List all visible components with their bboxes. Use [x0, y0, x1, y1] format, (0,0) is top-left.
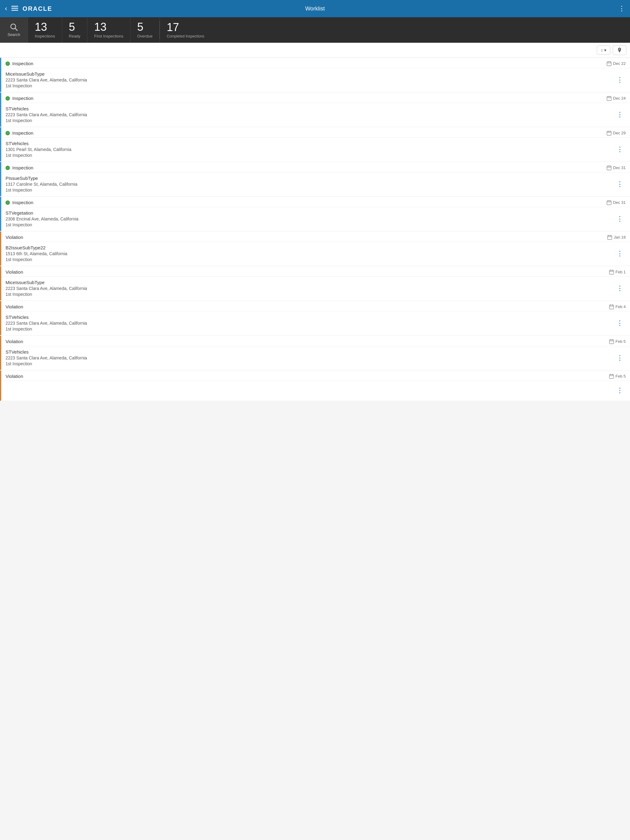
svg-rect-2	[11, 10, 18, 11]
svg-rect-25	[608, 235, 612, 240]
item-body: PIssueSubType 1317 Caroline St, Alameda,…	[1, 172, 630, 196]
completed-count: 17	[167, 22, 204, 33]
item-subtype: MiceIssueSubType	[6, 71, 614, 77]
item-date: Dec 31	[606, 200, 626, 205]
list-item: Violation Jan 18 B2IssueSubType22 1513 6…	[0, 232, 630, 266]
top-navigation: ‹ ORACLE Worklist ⋮	[0, 0, 630, 17]
item-more-button[interactable]: ⋮	[614, 247, 626, 260]
item-more-button[interactable]: ⋮	[614, 212, 626, 225]
date-text: Dec 24	[613, 96, 626, 101]
date-text: Feb 4	[616, 305, 626, 309]
sort-button[interactable]: ↕ ▾	[597, 46, 610, 55]
item-type-label: Violation	[6, 235, 23, 240]
inspections-stat[interactable]: 13 Inspections	[28, 17, 62, 43]
svg-rect-0	[11, 6, 18, 7]
item-inspection-type: 1st Inspection	[6, 118, 614, 123]
svg-rect-21	[607, 201, 611, 205]
svg-rect-17	[607, 166, 611, 170]
completed-stat[interactable]: 17 Completed Inspections	[160, 17, 211, 43]
item-address: 2223 Santa Clara Ave, Alameda, Californi…	[6, 355, 614, 360]
calendar-icon	[609, 270, 614, 275]
list-item: Violation Feb 5 ⋮	[0, 371, 630, 401]
item-more-button[interactable]: ⋮	[614, 384, 626, 397]
item-date: Dec 22	[606, 61, 626, 66]
location-icon	[617, 47, 622, 53]
item-body: MiceIssueSubType 2223 Santa Clara Ave, A…	[1, 68, 630, 92]
svg-rect-29	[609, 270, 614, 274]
list-item: Inspection Dec 24 STVehicles 2223 Santa …	[0, 93, 630, 127]
item-type-label: Inspection	[12, 96, 33, 101]
sort-arrow-icon: ▾	[604, 47, 606, 52]
search-icon	[10, 23, 18, 31]
item-more-button[interactable]: ⋮	[614, 108, 626, 121]
item-type-row: Violation	[6, 304, 23, 309]
list-item: Inspection Dec 22 MiceIssueSubType 2223 …	[0, 58, 630, 92]
item-body: STVehicles 2223 Santa Clara Ave, Alameda…	[1, 311, 630, 335]
more-options-button[interactable]: ⋮	[618, 5, 625, 13]
calendar-icon	[607, 235, 612, 240]
sort-icon: ↕	[601, 47, 603, 52]
item-address: 2223 Santa Clara Ave, Alameda, Californi…	[6, 321, 614, 325]
overdue-label: Overdue	[137, 34, 153, 38]
ready-stat[interactable]: 5 Ready	[62, 17, 87, 43]
item-type-row: Inspection	[6, 61, 33, 66]
list-item: Inspection Dec 31 PIssueSubType 1317 Car…	[0, 162, 630, 196]
item-more-button[interactable]: ⋮	[614, 178, 626, 191]
item-body: MiceIssueSubType 2223 Santa Clara Ave, A…	[1, 277, 630, 300]
date-text: Feb 5	[616, 374, 626, 379]
location-button[interactable]	[613, 45, 626, 55]
status-dot	[6, 96, 10, 101]
item-type-label: Violation	[6, 339, 23, 344]
inspections-count: 13	[35, 22, 55, 33]
item-more-button[interactable]: ⋮	[614, 143, 626, 156]
calendar-icon	[609, 339, 614, 344]
item-header: Inspection Dec 22	[1, 58, 630, 68]
item-subtype: STVehicles	[6, 349, 614, 355]
item-date: Jan 18	[607, 235, 626, 240]
item-more-button[interactable]: ⋮	[614, 74, 626, 87]
date-text: Dec 22	[613, 61, 626, 66]
item-details: STVehicles 2223 Santa Clara Ave, Alameda…	[6, 314, 614, 332]
svg-rect-37	[609, 340, 614, 344]
item-inspection-type: 1st Inspection	[6, 257, 614, 262]
oracle-logo: ORACLE	[22, 5, 52, 12]
list-item: Violation Feb 1 MiceIssueSubType 2223 Sa…	[0, 266, 630, 300]
date-text: Feb 5	[616, 339, 626, 344]
back-button[interactable]: ‹	[5, 5, 7, 13]
page-title: Worklist	[305, 6, 325, 12]
item-address: 1301 Pearl St, Alameda, California	[6, 147, 614, 152]
item-more-button[interactable]: ⋮	[614, 282, 626, 295]
item-details: PIssueSubType 1317 Caroline St, Alameda,…	[6, 175, 614, 193]
item-details: B2IssueSubType22 1513 6th St, Alameda, C…	[6, 245, 614, 262]
first-inspections-count: 13	[94, 22, 123, 33]
item-address: 2223 Santa Clara Ave, Alameda, Californi…	[6, 286, 614, 291]
svg-rect-5	[607, 62, 611, 66]
item-date: Feb 1	[609, 270, 626, 275]
item-header: Inspection Dec 24	[1, 93, 630, 103]
item-type-row: Violation	[6, 235, 23, 240]
worklist: Inspection Dec 22 MiceIssueSubType 2223 …	[0, 58, 630, 401]
item-address: 1317 Caroline St, Alameda, California	[6, 182, 614, 186]
overdue-stat[interactable]: 5 Overdue	[130, 17, 159, 43]
list-item: Violation Feb 5 STVehicles 2223 Santa Cl…	[0, 336, 630, 370]
item-header: Violation Feb 1	[1, 266, 630, 277]
item-more-button[interactable]: ⋮	[614, 317, 626, 330]
svg-rect-9	[607, 96, 611, 101]
item-type-row: Violation	[6, 374, 23, 379]
date-text: Dec 31	[613, 200, 626, 205]
calendar-icon	[606, 200, 611, 205]
item-inspection-type: 1st Inspection	[6, 292, 614, 297]
item-type-row: Violation	[6, 339, 23, 344]
search-button[interactable]: Search	[0, 17, 28, 43]
item-details: STVegetation 2306 Encinal Ave, Alameda, …	[6, 210, 614, 227]
first-inspections-stat[interactable]: 13 First Inspections	[87, 17, 130, 43]
item-body: STVehicles 2223 Santa Clara Ave, Alameda…	[1, 346, 630, 370]
item-header: Violation Jan 18	[1, 232, 630, 242]
item-header: Violation Feb 4	[1, 301, 630, 311]
menu-button[interactable]	[11, 5, 18, 13]
item-date: Feb 5	[609, 374, 626, 379]
status-dot	[6, 62, 10, 66]
calendar-icon	[609, 305, 614, 309]
item-subtype: STVehicles	[6, 141, 614, 146]
item-more-button[interactable]: ⋮	[614, 351, 626, 364]
